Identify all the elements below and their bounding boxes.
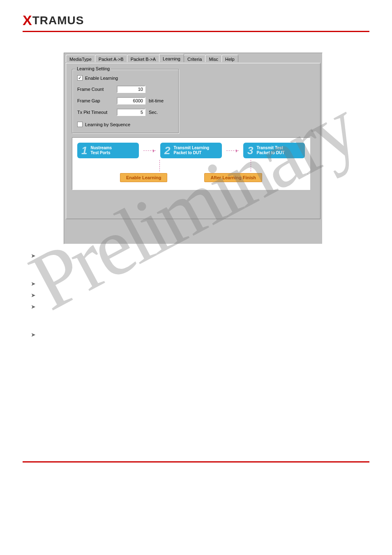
step-3-text: Transmit Test Packet to DUT (256, 146, 284, 156)
list-item: ➤ (31, 280, 369, 287)
arrow-icon (143, 150, 156, 151)
brand-rest: TRAMUS (32, 14, 84, 27)
diagram-labels-row: Enable Learning After Learning Finish (77, 173, 305, 182)
tx-timeout-row: Tx Pkt Timeout Sec. (77, 109, 173, 116)
list-item: ➤ (31, 292, 369, 298)
tx-timeout-input[interactable] (117, 109, 145, 116)
frame-count-label: Frame Count (77, 87, 114, 92)
step-2-text: Transmit Learning Packet to DUT (173, 146, 209, 156)
bullet-icon: ➤ (31, 303, 36, 310)
frame-gap-row: Frame Gap bit-time (77, 97, 173, 104)
frame-gap-label: Frame Gap (77, 98, 114, 103)
learning-setting-group: Learning Setting ✓ Enable Learning Frame… (72, 69, 179, 133)
learning-flow-diagram: 1 Nustreams Test Ports 2 Transmit Learni… (72, 137, 310, 190)
step-1-text: Nustreams Test Ports (90, 146, 112, 156)
tab-criteria[interactable]: Criteria (184, 55, 205, 62)
brand-x: X (23, 12, 32, 28)
learning-by-sequence-row: Learning by Sequence (77, 122, 173, 127)
tab-learning[interactable]: Learning (159, 54, 184, 62)
bullet-list: ➤ ➤ ➤ ➤ ➤ (31, 252, 369, 338)
bullet-icon: ➤ (31, 280, 36, 287)
tab-body-learning: Learning Setting ✓ Enable Learning Frame… (66, 63, 321, 219)
connector-line-icon (251, 160, 251, 171)
step-2: 2 Transmit Learning Packet to DUT (160, 143, 222, 158)
header-rule (23, 31, 369, 32)
step-1-number: 1 (81, 145, 87, 156)
list-item: ➤ (31, 252, 369, 259)
tab-help[interactable]: Help (221, 55, 238, 62)
frame-gap-input[interactable] (117, 97, 145, 104)
tab-packet-b-a[interactable]: Packet B->A (127, 55, 159, 62)
tab-mediatype[interactable]: MediaType (66, 55, 95, 62)
step-3: 3 Transmit Test Packet to DUT (243, 143, 305, 158)
step-2-number: 2 (164, 145, 170, 156)
tx-timeout-unit: Sec. (149, 110, 158, 115)
pill-enable-learning: Enable Learning (120, 173, 168, 182)
list-item: ➤ (31, 331, 369, 338)
bullet-icon: ➤ (31, 292, 36, 298)
step-1: 1 Nustreams Test Ports (77, 143, 139, 158)
pill-after-learning-finish: After Learning Finish (204, 173, 262, 182)
learning-by-sequence-label: Learning by Sequence (85, 122, 130, 127)
bullet-icon: ➤ (31, 331, 36, 338)
tab-packet-a-b[interactable]: Packet A->B (95, 55, 127, 62)
list-item: ➤ (31, 303, 369, 310)
diagram-steps-row: 1 Nustreams Test Ports 2 Transmit Learni… (77, 143, 305, 158)
enable-learning-row: ✓ Enable Learning (77, 75, 173, 81)
frame-count-row: Frame Count (77, 86, 173, 93)
footer-rule (23, 461, 369, 462)
enable-learning-checkbox[interactable]: ✓ (77, 75, 83, 81)
settings-dialog: MediaType Packet A->B Packet B->A Learni… (64, 53, 323, 244)
group-title: Learning Setting (76, 66, 111, 71)
brand-logo: XTRAMUS (23, 12, 369, 28)
step-3-number: 3 (247, 145, 253, 156)
learning-by-sequence-checkbox[interactable] (77, 122, 83, 127)
arrow-icon (226, 150, 239, 151)
frame-count-input[interactable] (117, 86, 145, 93)
enable-learning-label: Enable Learning (85, 76, 118, 81)
tabs-row: MediaType Packet A->B Packet B->A Learni… (66, 55, 321, 63)
tab-misc[interactable]: Misc (205, 55, 222, 62)
bullet-icon: ➤ (31, 252, 36, 259)
frame-gap-unit: bit-time (149, 98, 164, 103)
connector-line-icon (159, 160, 160, 171)
tx-timeout-label: Tx Pkt Timeout (77, 110, 114, 115)
